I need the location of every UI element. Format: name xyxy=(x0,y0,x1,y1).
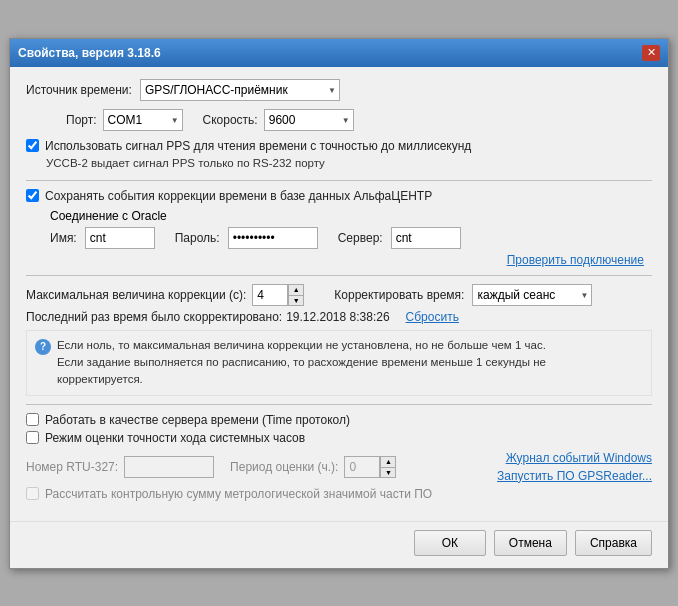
separator1 xyxy=(26,180,652,181)
gps-link[interactable]: Запустить ПО GPSReader... xyxy=(497,469,652,483)
oracle-credentials-row: Имя: Пароль: Сервер: xyxy=(50,227,652,249)
speed-select[interactable]: 4800 9600 19200 38400 115200 xyxy=(264,109,354,131)
links-column: Журнал событий Windows Запустить ПО GPSR… xyxy=(497,451,652,483)
max-correction-down-button[interactable]: ▼ xyxy=(288,295,304,306)
save-events-label: Сохранять события коррекции времени в ба… xyxy=(45,189,432,203)
speed-label: Скорость: xyxy=(203,113,258,127)
port-select[interactable]: COM1 COM2 COM3 COM4 xyxy=(103,109,183,131)
pps-note-text: УССВ-2 выдает сигнал PPS только по RS-23… xyxy=(46,157,325,169)
pps-checkbox[interactable] xyxy=(26,139,39,152)
checksum-checkbox-row: Рассчитать контрольную сумму метрологиче… xyxy=(26,487,652,501)
separator3 xyxy=(26,404,652,405)
rtu-row: Номер RTU-327: xyxy=(26,456,214,478)
max-correction-spinner: ▲ ▼ xyxy=(252,284,304,306)
check-connection-row: Проверить подключение xyxy=(50,253,652,267)
pps-checkbox-row: Использовать сигнал PPS для чтения време… xyxy=(26,139,652,153)
last-correction-value: 19.12.2018 8:38:26 xyxy=(286,310,389,324)
rtu-period-links-row: Номер RTU-327: Период оценки (ч.): ▲ ▼ Ж… xyxy=(26,451,652,483)
max-correction-spinner-buttons: ▲ ▼ xyxy=(288,284,304,306)
oracle-password-input[interactable] xyxy=(228,227,318,249)
info-box: ? Если ноль, то максимальная величина ко… xyxy=(26,330,652,396)
main-window: Свойства, версия 3.18.6 ✕ Источник време… xyxy=(9,38,669,569)
period-spinner-buttons: ▲ ▼ xyxy=(380,456,396,478)
correct-time-select-wrapper: каждый сеанс каждый час каждые 6 часов xyxy=(472,284,592,306)
cancel-button[interactable]: Отмена xyxy=(494,530,567,556)
journal-link[interactable]: Журнал событий Windows xyxy=(506,451,652,465)
dialog-content: Источник времени: GPS/ГЛОНАСС-приёмник N… xyxy=(10,67,668,517)
rtu-input[interactable] xyxy=(124,456,214,478)
time-source-label: Источник времени: xyxy=(26,83,132,97)
check-connection-link[interactable]: Проверить подключение xyxy=(507,253,644,267)
time-server-checkbox-row: Работать в качестве сервера времени (Tim… xyxy=(26,413,652,427)
info-text-block: Если ноль, то максимальная величина корр… xyxy=(57,337,546,389)
ok-button[interactable]: ОК xyxy=(414,530,486,556)
last-correction-label: Последний раз время было скорректировано… xyxy=(26,310,282,324)
pps-label: Использовать сигнал PPS для чтения време… xyxy=(45,139,471,153)
period-spinner: ▲ ▼ xyxy=(344,456,396,478)
correction-row: Максимальная величина коррекции (с): ▲ ▼… xyxy=(26,284,652,306)
bottom-buttons: ОК Отмена Справка xyxy=(10,521,668,568)
port-speed-row: Порт: COM1 COM2 COM3 COM4 Скорость: 4800… xyxy=(66,109,652,131)
window-title: Свойства, версия 3.18.6 xyxy=(18,46,161,60)
correct-time-label: Корректировать время: xyxy=(334,288,464,302)
port-select-wrapper: COM1 COM2 COM3 COM4 xyxy=(103,109,183,131)
oracle-server-label: Сервер: xyxy=(338,231,383,245)
save-events-checkbox-row: Сохранять события коррекции времени в ба… xyxy=(26,189,652,203)
pps-note: УССВ-2 выдает сигнал PPS только по RS-23… xyxy=(46,155,652,172)
oracle-title: Соединение с Oracle xyxy=(50,209,652,223)
info-line1: Если ноль, то максимальная величина корр… xyxy=(57,337,546,354)
period-label: Период оценки (ч.): xyxy=(230,460,338,474)
period-row: Период оценки (ч.): ▲ ▼ xyxy=(230,456,396,478)
time-source-select[interactable]: GPS/ГЛОНАСС-приёмник NTP-сервер Системно… xyxy=(140,79,340,101)
time-source-row: Источник времени: GPS/ГЛОНАСС-приёмник N… xyxy=(26,79,652,101)
separator2 xyxy=(26,275,652,276)
accuracy-mode-label: Режим оценки точности хода системных час… xyxy=(45,431,305,445)
accuracy-mode-checkbox-row: Режим оценки точности хода системных час… xyxy=(26,431,652,445)
rtu-label: Номер RTU-327: xyxy=(26,460,118,474)
last-correction-row: Последний раз время было скорректировано… xyxy=(26,310,652,324)
info-line3: корректируется. xyxy=(57,371,546,388)
info-icon: ? xyxy=(35,339,51,355)
reset-link[interactable]: Сбросить xyxy=(406,310,459,324)
correct-time-select[interactable]: каждый сеанс каждый час каждые 6 часов xyxy=(472,284,592,306)
oracle-password-label: Пароль: xyxy=(175,231,220,245)
close-button[interactable]: ✕ xyxy=(642,45,660,61)
max-correction-input[interactable] xyxy=(252,284,288,306)
speed-select-wrapper: 4800 9600 19200 38400 115200 xyxy=(264,109,354,131)
title-bar: Свойства, версия 3.18.6 ✕ xyxy=(10,39,668,67)
help-button[interactable]: Справка xyxy=(575,530,652,556)
save-events-checkbox[interactable] xyxy=(26,189,39,202)
period-up-button[interactable]: ▲ xyxy=(380,456,396,467)
time-server-label: Работать в качестве сервера времени (Tim… xyxy=(45,413,350,427)
period-input[interactable] xyxy=(344,456,380,478)
period-down-button[interactable]: ▼ xyxy=(380,467,396,478)
accuracy-mode-checkbox[interactable] xyxy=(26,431,39,444)
checksum-checkbox[interactable] xyxy=(26,487,39,500)
info-line2: Если задание выполняется по расписанию, … xyxy=(57,354,546,371)
oracle-name-input[interactable] xyxy=(85,227,155,249)
max-correction-label: Максимальная величина коррекции (с): xyxy=(26,288,246,302)
oracle-name-label: Имя: xyxy=(50,231,77,245)
time-source-select-wrapper: GPS/ГЛОНАСС-приёмник NTP-сервер Системно… xyxy=(140,79,340,101)
checksum-label: Рассчитать контрольную сумму метрологиче… xyxy=(45,487,432,501)
max-correction-up-button[interactable]: ▲ xyxy=(288,284,304,295)
oracle-server-input[interactable] xyxy=(391,227,461,249)
oracle-section: Соединение с Oracle Имя: Пароль: Сервер:… xyxy=(50,209,652,267)
time-server-checkbox[interactable] xyxy=(26,413,39,426)
port-label: Порт: xyxy=(66,113,97,127)
